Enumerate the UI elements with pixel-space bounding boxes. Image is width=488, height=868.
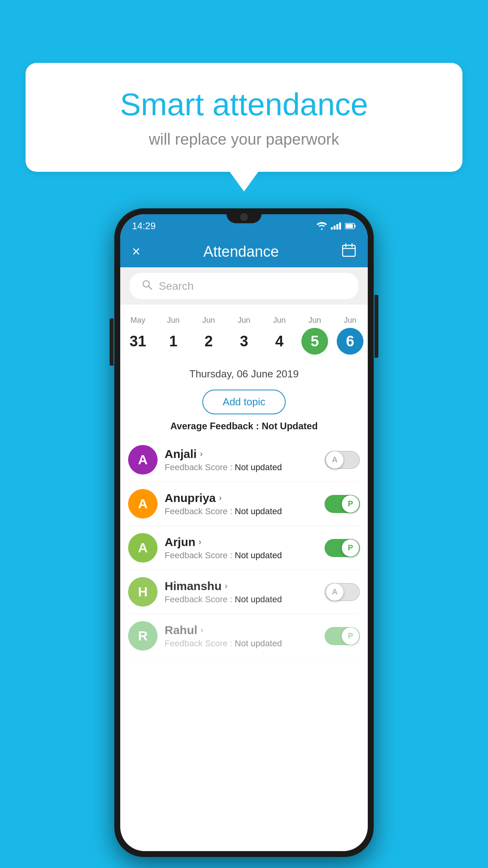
- calendar-icon[interactable]: [342, 243, 356, 260]
- student-info: Himanshu ›Feedback Score : Not updated: [165, 579, 317, 605]
- student-name: Anupriya ›: [165, 491, 317, 505]
- speech-bubble-container: Smart attendance will replace your paper…: [26, 63, 462, 172]
- calendar-month-label: Jun: [299, 316, 331, 325]
- calendar-month-label: Jun: [228, 316, 260, 325]
- student-feedback: Feedback Score : Not updated: [165, 462, 317, 473]
- feedback-value: Not updated: [235, 638, 282, 648]
- speech-bubble: Smart attendance will replace your paper…: [26, 63, 462, 172]
- student-feedback: Feedback Score : Not updated: [165, 594, 317, 605]
- student-info: Arjun ›Feedback Score : Not updated: [165, 535, 317, 561]
- calendar-month-label: Jun: [334, 316, 366, 325]
- toggle-knob: P: [342, 539, 359, 557]
- student-item[interactable]: AArjun ›Feedback Score : Not updatedP: [128, 526, 360, 570]
- status-icons: [317, 222, 356, 230]
- calendar-day-31[interactable]: May31: [120, 313, 156, 358]
- student-avatar: R: [128, 621, 158, 651]
- student-item[interactable]: HHimanshu ›Feedback Score : Not updatedA: [128, 570, 360, 614]
- toggle-knob: P: [342, 627, 359, 645]
- student-list: AAnjali ›Feedback Score : Not updatedAAA…: [120, 438, 368, 658]
- calendar-date-number: 6: [337, 328, 363, 355]
- student-name: Arjun ›: [165, 535, 317, 549]
- chevron-right-icon: ›: [219, 493, 222, 503]
- feedback-value: Not updated: [235, 594, 282, 604]
- calendar-day-1[interactable]: Jun1: [156, 313, 191, 358]
- toggle-knob: A: [326, 451, 343, 469]
- student-info: Anjali ›Feedback Score : Not updated: [165, 447, 317, 473]
- student-feedback: Feedback Score : Not updated: [165, 550, 317, 561]
- app-title: Attendance: [203, 243, 279, 260]
- chevron-right-icon: ›: [200, 625, 203, 635]
- avg-feedback-label: Average Feedback :: [170, 421, 259, 431]
- phone-screen: 14:29: [120, 214, 368, 851]
- student-feedback: Feedback Score : Not updated: [165, 506, 317, 517]
- student-feedback: Feedback Score : Not updated: [165, 638, 317, 649]
- calendar-date-number: 3: [231, 328, 257, 355]
- toggle-knob: A: [326, 583, 343, 601]
- add-topic-button[interactable]: Add topic: [202, 390, 286, 414]
- student-item[interactable]: AAnupriya ›Feedback Score : Not updatedP: [128, 482, 360, 526]
- search-icon: [141, 279, 152, 293]
- feedback-value: Not updated: [235, 550, 282, 560]
- student-name: Himanshu ›: [165, 579, 317, 593]
- calendar-month-label: Jun: [263, 316, 295, 325]
- calendar-date-number: 5: [301, 328, 328, 355]
- calendar-date-number: 31: [125, 328, 151, 355]
- student-item[interactable]: RRahul ›Feedback Score : Not updatedP: [128, 614, 360, 658]
- calendar-month-label: May: [122, 316, 154, 325]
- average-feedback: Average Feedback : Not Updated: [120, 421, 368, 438]
- student-info: Anupriya ›Feedback Score : Not updated: [165, 491, 317, 517]
- phone-outer: 14:29: [114, 208, 374, 857]
- student-name: Rahul ›: [165, 623, 317, 637]
- avg-feedback-value: Not Updated: [262, 421, 318, 431]
- speech-bubble-subtitle: will replace your paperwork: [57, 131, 431, 148]
- calendar-strip: May31Jun1Jun2Jun3Jun4Jun5Jun6: [120, 305, 368, 362]
- attendance-toggle[interactable]: A: [325, 583, 360, 601]
- calendar-month-label: Jun: [157, 316, 189, 325]
- app-header: × Attendance: [120, 236, 368, 267]
- student-info: Rahul ›Feedback Score : Not updated: [165, 623, 317, 649]
- student-item[interactable]: AAnjali ›Feedback Score : Not updatedA: [128, 438, 360, 482]
- student-avatar: A: [128, 445, 158, 474]
- close-button[interactable]: ×: [132, 243, 140, 260]
- selected-date-label: Thursday, 06 June 2019: [120, 362, 368, 386]
- battery-icon: [345, 223, 356, 229]
- attendance-toggle[interactable]: P: [325, 495, 360, 513]
- attendance-toggle[interactable]: A: [325, 451, 360, 469]
- calendar-date-number: 4: [266, 328, 293, 355]
- feedback-value: Not updated: [235, 506, 282, 516]
- search-bar-container: Search: [120, 267, 368, 305]
- attendance-toggle[interactable]: P: [325, 627, 360, 645]
- calendar-day-3[interactable]: Jun3: [226, 313, 262, 358]
- search-bar[interactable]: Search: [130, 273, 358, 299]
- chevron-right-icon: ›: [198, 537, 201, 547]
- calendar-day-4[interactable]: Jun4: [262, 313, 297, 358]
- svg-rect-3: [343, 245, 355, 256]
- calendar-month-label: Jun: [193, 316, 225, 325]
- status-time: 14:29: [132, 221, 156, 232]
- calendar-date-number: 1: [160, 328, 187, 355]
- phone-camera: [240, 213, 248, 221]
- add-topic-container: Add topic: [120, 386, 368, 421]
- calendar-date-number: 2: [195, 328, 222, 355]
- svg-line-8: [149, 286, 152, 289]
- feedback-value: Not updated: [235, 462, 282, 472]
- toggle-knob: P: [342, 495, 359, 513]
- search-input[interactable]: Search: [159, 280, 194, 292]
- calendar-day-5[interactable]: Jun5: [297, 313, 332, 358]
- speech-bubble-title: Smart attendance: [57, 86, 431, 123]
- chevron-right-icon: ›: [200, 449, 203, 459]
- calendar-day-6[interactable]: Jun6: [332, 313, 368, 358]
- chevron-right-icon: ›: [225, 581, 227, 591]
- svg-rect-2: [346, 224, 353, 228]
- attendance-toggle[interactable]: P: [325, 539, 360, 557]
- svg-rect-1: [354, 225, 356, 227]
- wifi-icon: [317, 222, 327, 230]
- phone-mockup: 14:29: [114, 208, 374, 857]
- signal-bars-icon: [331, 223, 341, 230]
- student-avatar: A: [128, 533, 158, 563]
- student-avatar: A: [128, 489, 158, 519]
- calendar-day-2[interactable]: Jun2: [191, 313, 226, 358]
- student-avatar: H: [128, 577, 158, 607]
- phone-notch: [226, 208, 262, 223]
- student-name: Anjali ›: [165, 447, 317, 461]
